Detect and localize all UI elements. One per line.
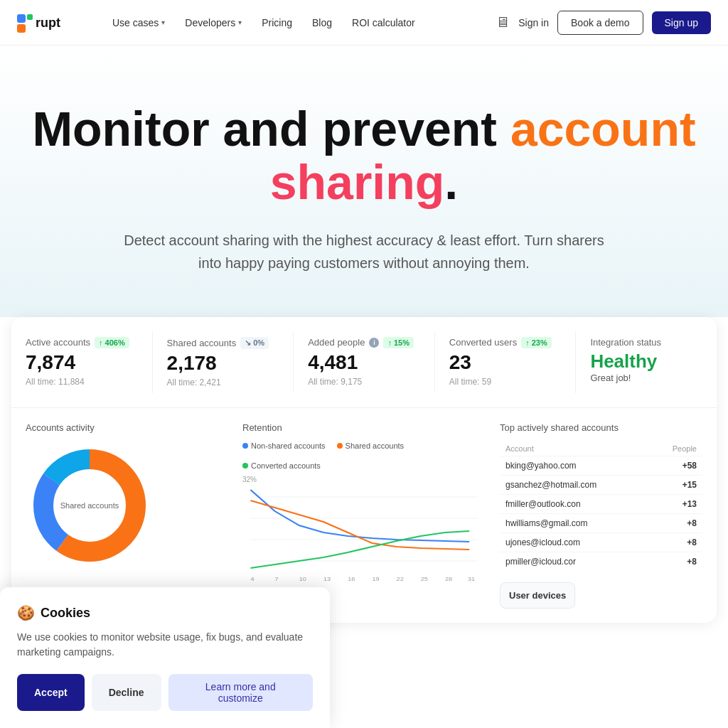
svg-text:13: 13 xyxy=(323,575,331,582)
svg-text:19: 19 xyxy=(372,575,379,582)
svg-rect-2 xyxy=(27,14,33,20)
user-devices-label: User devices xyxy=(500,582,575,609)
stat-badge: ↑ 23% xyxy=(521,337,552,348)
nav-right: 🖥 Sign in Book a demo Sign up xyxy=(496,11,711,35)
hero-subtext: Detect account sharing with the highest … xyxy=(115,229,613,274)
retention-chart-area: 32% 4 7 10 13 xyxy=(242,476,486,589)
people-count: +8 xyxy=(650,513,702,532)
headline-accent2: sharing xyxy=(270,155,445,209)
stat-alltime: All time: 59 xyxy=(449,377,562,387)
nav-developers[interactable]: Developers ▾ xyxy=(176,11,250,34)
people-count: +8 xyxy=(650,532,702,552)
legend-dot xyxy=(337,443,343,449)
table-row: fmiller@outlook.con +13 xyxy=(500,494,702,513)
cookie-accept-button[interactable]: Accept xyxy=(17,674,85,711)
chevron-icon: ▾ xyxy=(161,18,165,26)
table-row: pmiller@icloud.cor +8 xyxy=(500,552,702,571)
stat-shared-accounts: Shared accounts ↘ 0% 2,178 All time: 2,4… xyxy=(153,331,294,393)
book-demo-button[interactable]: Book a demo xyxy=(557,11,643,35)
chart-title: Accounts activity xyxy=(26,422,228,433)
table-row: gsanchez@hotmail.com +15 xyxy=(500,475,702,494)
stat-value: 7,874 xyxy=(26,351,138,374)
retention-chart-title: Retention xyxy=(242,422,486,433)
stat-value: 4,481 xyxy=(308,351,420,374)
svg-text:16: 16 xyxy=(348,575,355,582)
dashboard: Active accounts ↑ 406% 7,874 All time: 1… xyxy=(11,317,717,623)
cookie-icon: 🍪 xyxy=(17,604,35,621)
cookie-actions: Accept Decline Learn more and customize xyxy=(17,674,313,711)
stat-alltime: All time: 2,421 xyxy=(167,378,279,387)
cookie-body: We use cookies to monitor website usage,… xyxy=(17,630,313,660)
nav-roi-calculator[interactable]: ROI calculator xyxy=(343,11,424,34)
stat-badge: ↑ 15% xyxy=(383,337,414,348)
stat-badge: ↑ 406% xyxy=(95,337,129,348)
people-count: +8 xyxy=(650,552,702,571)
nav-pricing[interactable]: Pricing xyxy=(253,11,301,34)
legend-non-shared: Non-shared accounts xyxy=(242,441,326,450)
nav-use-cases[interactable]: Use cases ▾ xyxy=(104,11,173,34)
chart-legend: Non-shared accounts Shared accounts Conv… xyxy=(242,441,486,470)
cookie-banner: 🍪 Cookies We use cookies to monitor webs… xyxy=(0,587,330,728)
stat-active-accounts: Active accounts ↑ 406% 7,874 All time: 1… xyxy=(11,331,153,393)
table-row: ujones@icloud.com +8 xyxy=(500,532,702,552)
account-email: hwilliams@gmail.com xyxy=(500,513,650,532)
monitor-icon: 🖥 xyxy=(496,14,510,31)
integration-status-sub: Great job! xyxy=(590,373,702,383)
stat-label-text: Converted users xyxy=(449,337,517,348)
legend-dot xyxy=(242,463,248,469)
stat-value: 23 xyxy=(449,351,562,374)
col-people: People xyxy=(650,441,702,456)
stat-badge: ↘ 0% xyxy=(240,337,269,349)
cookie-decline-button[interactable]: Decline xyxy=(92,674,161,711)
accounts-activity-chart: Accounts activity Shared accounts xyxy=(26,422,228,609)
navbar: rupt Use cases ▾ Developers ▾ Pricing Bl… xyxy=(0,0,728,46)
stat-added-people: Added people i ↑ 15% 4,481 All time: 9,1… xyxy=(294,331,435,393)
nav-links: Use cases ▾ Developers ▾ Pricing Blog RO… xyxy=(104,11,496,34)
stat-alltime: All time: 11,884 xyxy=(26,377,138,387)
svg-text:7: 7 xyxy=(275,575,279,582)
svg-text:10: 10 xyxy=(299,575,306,582)
account-email: fmiller@outlook.con xyxy=(500,494,650,513)
cookie-header: 🍪 Cookies xyxy=(17,604,313,621)
stats-row: Active accounts ↑ 406% 7,874 All time: 1… xyxy=(11,317,717,408)
nav-blog[interactable]: Blog xyxy=(304,11,341,34)
account-email: gsanchez@hotmail.com xyxy=(500,475,650,494)
svg-text:4: 4 xyxy=(250,575,254,582)
headline-text1: Monitor and prevent xyxy=(32,102,497,156)
logo[interactable]: rupt xyxy=(17,11,81,34)
top-accounts-section: Top actively shared accounts Account Peo… xyxy=(500,422,702,609)
svg-text:31: 31 xyxy=(468,575,475,582)
cookie-title: Cookies xyxy=(41,606,90,621)
svg-text:25: 25 xyxy=(421,575,428,582)
info-icon[interactable]: i xyxy=(369,338,379,348)
stat-label-text: Shared accounts xyxy=(167,338,237,348)
legend-converted: Converted accounts xyxy=(242,461,321,470)
hero-headline: Monitor and prevent account sharing. xyxy=(28,102,700,209)
stat-label-text: Active accounts xyxy=(26,337,90,348)
donut-label: Shared accounts xyxy=(60,501,119,510)
table-row: hwilliams@gmail.com +8 xyxy=(500,513,702,532)
sign-up-button[interactable]: Sign up xyxy=(652,11,711,34)
headline-period: . xyxy=(444,155,458,209)
people-count: +58 xyxy=(650,456,702,475)
donut-chart: Shared accounts xyxy=(26,441,154,569)
cookie-learn-more-button[interactable]: Learn more and customize xyxy=(168,674,314,711)
stat-alltime: All time: 9,175 xyxy=(308,377,420,387)
account-email: ujones@icloud.com xyxy=(500,532,650,552)
chevron-icon: ▾ xyxy=(238,18,242,26)
legend-shared: Shared accounts xyxy=(337,441,405,450)
stat-label-text: Added people xyxy=(308,337,365,348)
retention-chart: Retention Non-shared accounts Shared acc… xyxy=(242,422,486,609)
stat-value: 2,178 xyxy=(167,352,279,375)
sign-in-link[interactable]: Sign in xyxy=(518,17,549,28)
col-account: Account xyxy=(500,441,650,456)
people-count: +15 xyxy=(650,475,702,494)
integration-status-value: Healthy xyxy=(590,350,702,373)
svg-text:rupt: rupt xyxy=(36,16,60,30)
accounts-table: Account People bking@yahoo.com +58 gsanc… xyxy=(500,441,702,571)
table-row: bking@yahoo.com +58 xyxy=(500,456,702,475)
people-count: +13 xyxy=(650,494,702,513)
stat-converted-users: Converted users ↑ 23% 23 All time: 59 xyxy=(435,331,577,393)
hero-section: Monitor and prevent account sharing. Det… xyxy=(0,46,728,317)
svg-text:28: 28 xyxy=(445,575,452,582)
